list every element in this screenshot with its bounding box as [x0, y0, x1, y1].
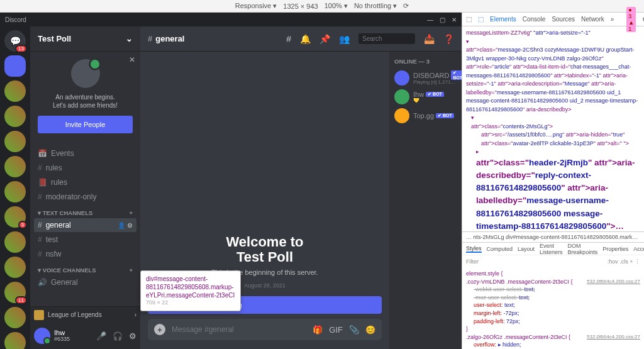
server-item[interactable] — [4, 156, 26, 177]
friends-prompt: ✕ An adventure begins. Let's add some fr… — [30, 52, 140, 141]
add-icon[interactable]: + — [129, 209, 133, 216]
server-item[interactable]: 11 — [4, 282, 26, 303]
header-icon[interactable]: ❓ — [443, 34, 454, 44]
filter-input[interactable]: Filter — [466, 258, 479, 265]
styles-tab[interactable]: Properties — [602, 246, 628, 252]
styles-tab[interactable]: DOM Breakpoints — [568, 243, 598, 255]
tab-console[interactable]: Console — [523, 16, 546, 23]
channel-item[interactable]: 📅Events — [34, 147, 136, 160]
rotate-icon[interactable]: ⟳ — [403, 2, 409, 10]
server-item[interactable] — [4, 80, 26, 102]
styles-tab[interactable]: Accessibili — [633, 246, 644, 252]
channel-item[interactable]: #rules — [34, 161, 136, 175]
server-item[interactable] — [4, 106, 26, 127]
input-icon[interactable]: 📎 — [349, 325, 359, 335]
message-input[interactable]: + Message #general 🎁GIF📎😊 — [148, 319, 382, 340]
devtools-tabs: ⬚ ⬚ Elements Console Sources Network » ●… — [462, 13, 644, 26]
close-icon[interactable]: ✕ — [129, 55, 135, 64]
channel-item[interactable]: 🔊General — [34, 275, 136, 289]
header-icon[interactable]: 🔔 — [300, 34, 311, 44]
channel-name: general — [155, 34, 184, 43]
server-item[interactable] — [4, 332, 26, 349]
welcome-line2: Test Poll — [236, 249, 293, 265]
header-icon[interactable]: 👥 — [339, 34, 350, 44]
channel-item[interactable]: #moderator-only — [34, 190, 136, 204]
server-item[interactable] — [4, 131, 26, 152]
add-icon[interactable]: + — [129, 267, 133, 274]
tooltip-selector: div#message-content-881167614829805608.m… — [146, 275, 235, 299]
channel-item[interactable]: #test — [34, 233, 136, 247]
styles-tab[interactable]: Layout — [518, 246, 535, 252]
server-item[interactable] — [4, 231, 26, 253]
app-title: Discord — [5, 16, 26, 23]
invite-button[interactable]: Invite People — [38, 116, 133, 133]
tab-network[interactable]: Network — [581, 16, 604, 23]
hash-icon: # — [148, 34, 152, 43]
responsive-toolbar: Responsive ▾ 1325 × 943 100% ▾ No thrott… — [0, 0, 644, 13]
server-item[interactable] — [4, 257, 26, 278]
user-control-icon[interactable]: ⚙ — [129, 331, 136, 341]
styles-tab[interactable]: Computed — [487, 246, 513, 252]
header-icon[interactable]: # — [286, 34, 291, 44]
chat-header: # general #🔔📌👥Search📥❓ — [140, 26, 462, 52]
message-area: Welcome toTest Poll This is the beginnin… — [140, 52, 389, 349]
member-list: ONLINE — 3 DISBOARD✔ BOTPlaying [d] 1,27… — [389, 52, 462, 349]
breadcrumb[interactable]: … nts-2MsGLg div#message-content-8811676… — [462, 231, 644, 242]
styles-tabs: StylesComputedLayoutEvent ListenersDOM B… — [462, 242, 644, 255]
zoom-dropdown[interactable]: 100% ▾ — [325, 2, 348, 10]
close-icon[interactable]: ✕ — [452, 16, 457, 23]
styles-filter: Filter :hov .cls + ⋮ — [462, 255, 644, 267]
input-icon[interactable]: GIF — [329, 325, 343, 335]
header-icon[interactable]: 📌 — [319, 34, 330, 44]
user-control-icon[interactable]: 🎤 — [96, 331, 106, 341]
styles-tab[interactable]: Event Listeners — [540, 243, 563, 255]
user-tag: #6335 — [54, 336, 92, 343]
user-panel: Ihw #6335 🎤🎧⚙ — [30, 323, 140, 349]
input-icon[interactable]: 😊 — [365, 325, 375, 335]
member-item[interactable]: Top.gg✔ BOT — [394, 106, 457, 125]
search-input[interactable]: Search — [358, 33, 415, 44]
maximize-icon[interactable]: ▢ — [440, 16, 445, 23]
throttle-dropdown[interactable]: No throttling ▾ — [354, 2, 397, 10]
channel-item[interactable]: #general👤 ⚙ — [34, 218, 136, 232]
server-item[interactable] — [4, 307, 26, 328]
server-item[interactable] — [4, 55, 26, 77]
server-list: 💬1331136102NEW — [0, 26, 30, 349]
friends-line2: Let's add some friends! — [38, 101, 133, 109]
server-item[interactable] — [4, 181, 26, 202]
styles-pane[interactable]: element.style {.cozy-VmLDNB .messageCont… — [462, 267, 644, 349]
attach-icon[interactable]: + — [154, 324, 165, 335]
tab-elements[interactable]: Elements — [490, 16, 516, 23]
welcome-line1: Welcome to — [226, 234, 303, 250]
user-control-icon[interactable]: 🎧 — [113, 331, 123, 341]
device-icon[interactable]: ⬚ — [478, 16, 484, 23]
inspect-icon[interactable]: ⬚ — [466, 16, 472, 23]
member-item[interactable]: DISBOARD✔ BOTPlaying [d] 1,271,766 serve… — [394, 69, 457, 87]
channel-item[interactable]: 📕rules — [34, 175, 136, 189]
game-icon — [34, 310, 44, 320]
server-item[interactable]: 3 — [4, 206, 26, 228]
input-icon[interactable]: 🎁 — [313, 325, 323, 335]
viewport-dimensions[interactable]: 1325 × 943 — [283, 3, 318, 10]
server-item[interactable]: 💬13 — [4, 30, 26, 52]
server-name: Test Poll — [38, 34, 71, 43]
chevron-icon: › — [135, 311, 136, 318]
header-icon[interactable]: 📥 — [424, 34, 435, 44]
filter-toggles[interactable]: :hov .cls + ⋮ — [608, 258, 640, 265]
member-item[interactable]: Ihw✔ BOT💛 — [394, 87, 457, 106]
chat-area: # general #🔔📌👥Search📥❓ Welcome toTest Po… — [140, 26, 462, 349]
styles-tab[interactable]: Styles — [466, 245, 482, 253]
channel-sidebar: Test Poll ⌄ ✕ An adventure begins. Let's… — [30, 26, 140, 349]
dom-tree[interactable]: messageListItem-ZZ7v6g" "attr">aria-sets… — [462, 26, 644, 231]
server-header[interactable]: Test Poll ⌄ — [30, 26, 140, 52]
minimize-icon[interactable]: — — [427, 16, 433, 23]
more-tabs-icon[interactable]: » — [611, 16, 614, 23]
responsive-dropdown[interactable]: Responsive ▾ — [235, 2, 277, 10]
tab-sources[interactable]: Sources — [552, 16, 575, 23]
channel-item[interactable]: #nsfw — [34, 247, 136, 261]
devtools-panel: ⬚ ⬚ Elements Console Sources Network » ●… — [462, 13, 644, 349]
tooltip-dims: 709 × 22 — [146, 299, 235, 307]
avatar[interactable] — [34, 328, 50, 344]
avatar-placeholder — [71, 59, 100, 88]
game-activity[interactable]: League of Legends › — [30, 306, 140, 323]
